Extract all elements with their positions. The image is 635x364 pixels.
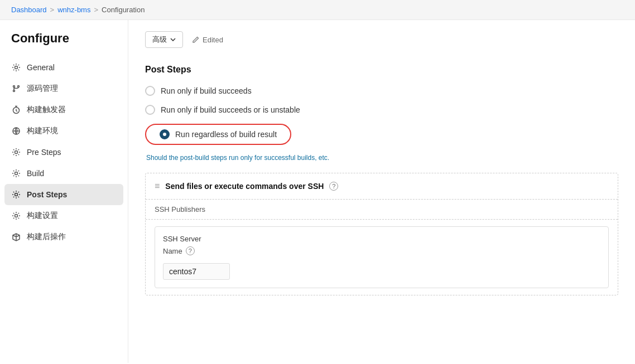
page-title: Configure (0, 31, 128, 57)
sidebar-item-post-steps-label: Post Steps (27, 190, 67, 199)
pre-steps-gear-icon (11, 147, 21, 157)
ssh-name-help-icon[interactable]: ? (186, 246, 195, 255)
globe-icon (11, 126, 21, 136)
ssh-server-label: SSH Server (163, 235, 600, 243)
sidebar-item-post-actions[interactable]: 构建后操作 (0, 226, 128, 247)
radio-option-regardless-wrapper: Run regardless of build result (145, 124, 618, 145)
advanced-dropdown[interactable]: 高级 (145, 31, 183, 48)
sidebar-item-triggers[interactable]: 构建触发器 (0, 99, 128, 120)
helper-text: Should the post-build steps run only for… (145, 154, 618, 162)
advanced-dropdown-label: 高级 (152, 35, 167, 45)
drag-handle-icon[interactable]: ≡ (155, 181, 160, 191)
sidebar-item-env-label: 构建环境 (27, 126, 58, 136)
sidebar-item-build-settings[interactable]: 构建设置 (0, 205, 128, 226)
radio-circle-succeeds (145, 86, 155, 96)
radio-option-succeeds[interactable]: Run only if build succeeds (145, 86, 618, 96)
radio-label-succeeds: Run only if build succeeds (161, 86, 252, 95)
clock-icon (11, 105, 21, 115)
ssh-publishers-label: SSH Publishers (146, 200, 618, 220)
radio-circle-regardless (160, 129, 170, 139)
toolbar: 高级 Edited (145, 31, 618, 48)
svg-point-3 (18, 86, 20, 88)
radio-option-unstable[interactable]: Run only if build succeeds or is unstabl… (145, 105, 618, 115)
edit-icon (192, 36, 200, 43)
svg-point-8 (15, 193, 18, 196)
sidebar-item-post-actions-label: 构建后操作 (27, 232, 66, 242)
sidebar-item-general[interactable]: General (0, 57, 128, 78)
chevron-down-icon (170, 38, 176, 41)
svg-point-7 (15, 172, 18, 175)
sidebar: Configure General 源码管理 (0, 20, 128, 363)
edited-label-text: Edited (203, 36, 223, 44)
sidebar-item-general-label: General (27, 63, 55, 72)
radio-option-regardless[interactable]: Run regardless of build result (145, 124, 291, 145)
breadcrumb-current: Configuration (102, 6, 145, 14)
sidebar-item-triggers-label: 构建触发器 (27, 105, 66, 115)
post-steps-section: Post Steps Run only if build succeeds Ru… (145, 65, 618, 295)
sidebar-item-post-steps[interactable]: Post Steps (4, 184, 123, 205)
ssh-section: ≡ Send files or execute commands over SS… (145, 173, 618, 295)
gear-icon (11, 62, 21, 72)
ssh-title: Send files or execute commands over SSH (165, 182, 324, 191)
build-gear-icon (11, 168, 21, 178)
sidebar-item-build[interactable]: Build (0, 163, 128, 184)
svg-point-0 (15, 66, 18, 69)
sidebar-item-env[interactable]: 构建环境 (0, 120, 128, 142)
sidebar-item-pre-steps[interactable]: Pre Steps (0, 142, 128, 163)
sidebar-item-pre-steps-label: Pre Steps (27, 148, 61, 157)
post-steps-title: Post Steps (145, 65, 618, 75)
sidebar-item-source[interactable]: 源码管理 (0, 78, 128, 99)
edited-indicator: Edited (192, 36, 223, 44)
post-steps-gear-icon (11, 190, 21, 200)
radio-circle-unstable (145, 105, 155, 115)
ssh-header: ≡ Send files or execute commands over SS… (146, 173, 618, 200)
svg-point-6 (15, 151, 18, 154)
sidebar-item-build-label: Build (27, 169, 44, 178)
svg-point-1 (13, 86, 15, 88)
build-settings-gear-icon (11, 211, 21, 221)
ssh-help-icon[interactable]: ? (329, 182, 338, 191)
breadcrumb-sep-2: > (94, 6, 98, 14)
radio-group: Run only if build succeeds Run only if b… (145, 86, 618, 145)
ssh-server-box: SSH Server Name ? centos7 (155, 226, 609, 288)
sidebar-item-build-settings-label: 构建设置 (27, 211, 58, 221)
main-content: 高级 Edited Post Steps Run only if bui (128, 20, 635, 363)
breadcrumb-sep-1: > (50, 6, 55, 14)
radio-label-unstable: Run only if build succeeds or is unstabl… (161, 105, 300, 114)
svg-point-2 (13, 90, 15, 92)
sidebar-item-source-label: 源码管理 (27, 84, 58, 94)
layout: Configure General 源码管理 (0, 20, 635, 363)
breadcrumb-project[interactable]: wnhz-bms (57, 6, 90, 14)
ssh-name-label: Name (163, 247, 182, 255)
radio-label-regardless: Run regardless of build result (175, 130, 277, 139)
svg-point-9 (15, 215, 18, 217)
branch-icon (11, 84, 21, 94)
ssh-name-value[interactable]: centos7 (163, 263, 230, 280)
breadcrumb: Dashboard > wnhz-bms > Configuration (0, 0, 635, 20)
box-icon (11, 232, 21, 242)
breadcrumb-dashboard[interactable]: Dashboard (11, 6, 47, 14)
